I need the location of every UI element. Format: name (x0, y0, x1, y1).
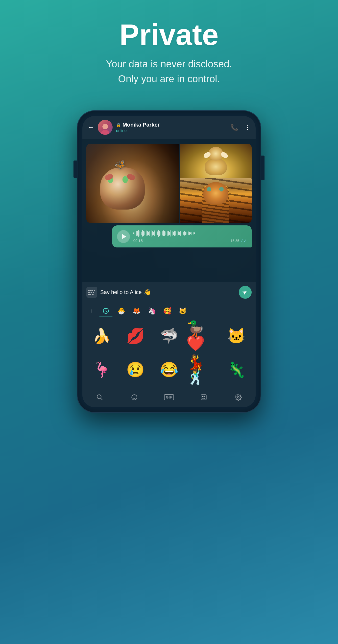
sticker-haha[interactable]: 😂 (153, 354, 185, 386)
sticker-cute-cat[interactable]: 🐱 (220, 320, 253, 352)
voice-time: 15:35 ✓✓ (231, 238, 247, 243)
contact-status: online (116, 128, 227, 133)
keyboard-toggle[interactable] (86, 287, 97, 298)
waveform-bar (170, 230, 171, 236)
hamster-photo-sim (180, 144, 252, 178)
svg-point-1 (97, 395, 101, 399)
keyboard-icon (88, 290, 95, 295)
sticker-banana-vacation[interactable]: 🍌 (85, 320, 118, 352)
add-sticker-tab[interactable]: + (86, 306, 97, 316)
photo-tiger (180, 178, 252, 223)
message-text: Say hello to Alice (100, 289, 142, 296)
page-subtitle: Your data is never disclosed. Only you a… (106, 56, 232, 86)
waveform-bar (133, 232, 134, 234)
sticker-pack-tab-1[interactable]: 🐣 (115, 305, 128, 317)
sticker-pack-tab-5[interactable]: 🐱 (176, 305, 189, 317)
page-title: Private (106, 20, 232, 50)
waveform-bar (162, 231, 163, 236)
svg-point-9 (238, 396, 239, 398)
waveform-bar (175, 231, 176, 236)
sticker-panel: + 🐣 🦊 🦄 (82, 302, 256, 407)
message-input[interactable]: Say hello to Alice 👋 (100, 289, 236, 296)
contact-name: 🔒 Monika Parker (116, 122, 227, 128)
waveform-bar (144, 231, 145, 235)
sticker-shark-flying[interactable]: 🦈 (153, 320, 185, 352)
waveform-bar (136, 230, 137, 236)
waveform-bar (159, 230, 160, 236)
text-input-area: Say hello to Alice 👋 ➤ (82, 282, 256, 302)
waveform-bar (151, 230, 151, 237)
play-icon (122, 234, 126, 239)
sticker-grid: 🍌 💋 🦈 🦆❤️ 🐱 � (82, 317, 256, 389)
photo-cat: 🦋 (86, 144, 179, 223)
phone-mockup: ← 🔒 Monika Parker online (77, 111, 261, 412)
sticker-axolotl[interactable]: 🦩 (85, 354, 118, 386)
waveform-bar (164, 231, 165, 236)
sticker-tabs: + 🐣 🦊 🦄 (82, 302, 256, 317)
waveform-bar (188, 231, 189, 235)
back-button[interactable]: ← (87, 123, 94, 131)
waveform-bar (158, 230, 159, 237)
search-nav[interactable] (93, 392, 106, 402)
avatar-person (101, 122, 110, 135)
sticker-ducks-hearts[interactable]: 🦆❤️ (186, 320, 219, 352)
avatar-inner (98, 120, 113, 135)
waveform-bar (163, 230, 164, 236)
waveform-bar (192, 232, 192, 235)
waveform-bar (193, 232, 194, 234)
subtitle-line2: Only you are in control. (106, 71, 232, 86)
sticker-nav[interactable] (197, 392, 210, 402)
header-icons: 📞 ⋮ (230, 124, 251, 131)
sticker-pack-tab-2[interactable]: 🦊 (130, 305, 143, 317)
sticker-couple-dance[interactable]: 💃🕺 (186, 354, 219, 386)
gif-label: GIF (164, 394, 174, 400)
waveform-bar (154, 230, 155, 236)
waveform-bar (183, 232, 184, 235)
waveform-bar (161, 232, 161, 235)
waveform-bar (141, 232, 142, 235)
more-options-icon[interactable]: ⋮ (244, 124, 251, 131)
sticker-duck-crying[interactable]: 😢 (119, 354, 152, 386)
bottom-nav: GIF (82, 389, 256, 407)
svg-point-8 (204, 396, 205, 397)
waveform-bar (168, 231, 169, 236)
waveform-bar (147, 231, 148, 236)
call-icon[interactable]: 📞 (230, 124, 238, 131)
contact-info: 🔒 Monika Parker online (116, 122, 227, 133)
header-section: Private Your data is never disclosed. On… (106, 0, 232, 101)
sticker-pack-tab-4[interactable]: 🥰 (161, 305, 174, 317)
waveform-bar (153, 232, 154, 235)
svg-point-3 (132, 395, 137, 400)
waveform-bar (184, 231, 185, 236)
waveform-bar (138, 230, 139, 237)
settings-nav[interactable] (232, 392, 245, 402)
waveform-bar (146, 230, 146, 236)
waveform-bar (182, 231, 182, 235)
waveform-bar (166, 231, 166, 235)
waveform-bar (189, 232, 190, 235)
waveform-bar (148, 232, 149, 235)
subtitle-line1: Your data is never disclosed. (106, 56, 232, 71)
emoji-nav[interactable] (128, 392, 141, 402)
avatar-body (101, 130, 110, 135)
play-button[interactable] (117, 230, 130, 243)
waveform-bar (178, 231, 179, 235)
sticker-dino[interactable]: 🦎 (220, 354, 253, 386)
waveform-bar (194, 232, 195, 234)
wave-emoji: 👋 (144, 289, 151, 296)
chat-body: 🦋 (82, 139, 256, 282)
sticker-pack-tab-3[interactable]: 🦄 (145, 305, 159, 317)
waveform-bar (152, 231, 153, 236)
gif-nav[interactable]: GIF (163, 392, 175, 402)
waveform-bar (174, 230, 175, 236)
voice-waveform: 00:15 15:35 ✓✓ (133, 230, 247, 243)
waveform-bar (143, 231, 144, 236)
avatar-head (102, 124, 108, 129)
cat-photo-sim: 🦋 (86, 144, 179, 223)
sticker-marilyn-kiss[interactable]: 💋 (119, 320, 152, 352)
svg-rect-6 (201, 395, 206, 400)
chat-header: ← 🔒 Monika Parker online (82, 116, 256, 139)
recent-sticker-tab[interactable] (99, 305, 113, 317)
waveform-bar (135, 232, 135, 235)
send-button[interactable]: ➤ (239, 286, 252, 299)
